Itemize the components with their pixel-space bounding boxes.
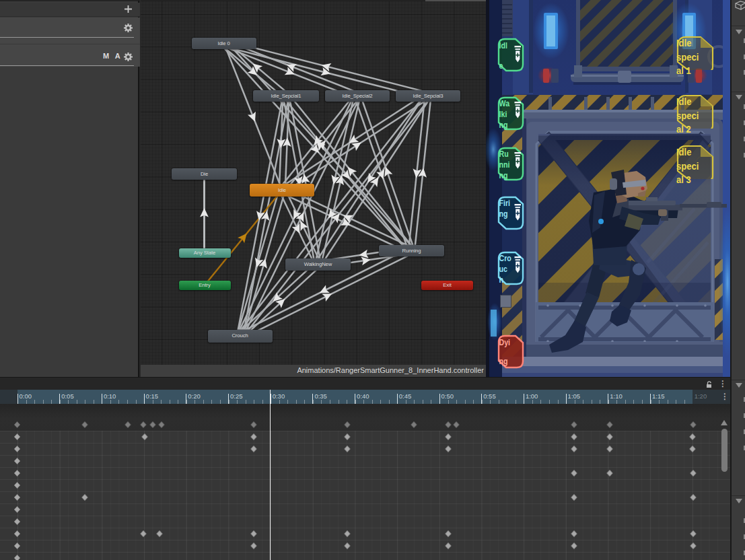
svg-text:ng: ng [499,170,508,180]
svg-text:Wa: Wa [499,98,510,108]
svg-text:Ru: Ru [499,149,509,159]
svg-text:Cro: Cro [499,253,511,263]
svg-text:ng: ng [499,356,508,366]
svg-text:h: h [499,275,504,285]
svg-text:Firi: Firi [499,198,511,208]
svg-text:e: e [499,61,503,71]
svg-text:Dyi: Dyi [499,337,511,347]
svg-text:nni: nni [499,160,510,170]
svg-text:ng: ng [499,120,508,130]
svg-text:uc: uc [499,264,508,274]
svg-text:ng: ng [499,209,508,219]
svg-text:lki: lki [499,109,507,119]
svg-text:Idl: Idl [499,40,507,50]
